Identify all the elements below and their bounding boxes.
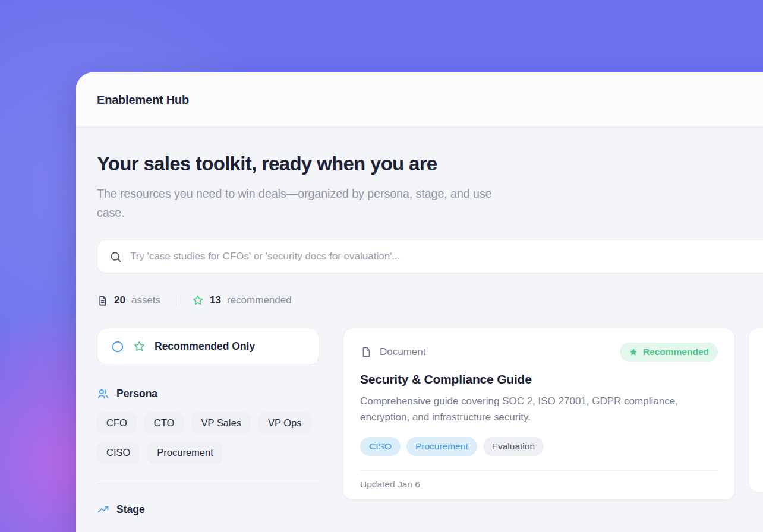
users-icon bbox=[97, 388, 109, 400]
assets-count: 20 bbox=[114, 294, 125, 306]
asset-tag-evaluation: Evaluation bbox=[483, 437, 544, 456]
recommended-only-toggle[interactable]: Recommended Only bbox=[97, 328, 319, 365]
persona-chips: CFO CTO VP Sales VP Ops CISO Procurement bbox=[97, 412, 319, 464]
persona-chip-vp-sales[interactable]: VP Sales bbox=[191, 412, 251, 434]
search-bar[interactable] bbox=[97, 240, 763, 273]
sidebar-divider bbox=[97, 484, 319, 484]
asset-card-security-compliance[interactable]: Document Recommended Security & Complian… bbox=[343, 328, 735, 500]
star-filled-icon bbox=[629, 347, 638, 357]
asset-updated-label: Updated Jan 6 bbox=[360, 479, 420, 489]
recommended-count: 13 bbox=[210, 294, 221, 306]
app-title: Enablement Hub bbox=[97, 93, 189, 107]
search-input[interactable] bbox=[130, 251, 763, 262]
stats-row: 20 assets 13 recommended bbox=[97, 294, 763, 306]
persona-section-header: Persona bbox=[97, 388, 319, 400]
persona-title: Persona bbox=[116, 388, 157, 400]
recommended-label: recommended bbox=[227, 294, 292, 306]
asset-card-header: Document Recommended bbox=[360, 343, 718, 362]
filters-sidebar: Recommended Only Persona CFO CTO bbox=[97, 328, 319, 516]
star-icon bbox=[133, 340, 146, 353]
asset-tag-procurement: Procurement bbox=[406, 437, 477, 456]
persona-chip-cto[interactable]: CTO bbox=[144, 412, 184, 434]
persona-chip-procurement[interactable]: Procurement bbox=[147, 442, 222, 464]
enablement-hub-window: Enablement Hub Your sales toolkit, ready… bbox=[76, 72, 763, 532]
stats-divider bbox=[176, 294, 176, 306]
asset-card-footer: Updated Jan 6 bbox=[360, 470, 718, 499]
app-body: Your sales toolkit, ready when you are T… bbox=[76, 128, 763, 516]
persona-chip-vp-ops[interactable]: VP Ops bbox=[258, 412, 311, 434]
recommended-badge-label: Recommended bbox=[643, 347, 709, 357]
app-header: Enablement Hub bbox=[76, 72, 763, 128]
assets-label: assets bbox=[131, 294, 160, 306]
asset-tag-ciso: CISO bbox=[360, 437, 401, 456]
asset-type-label: Document bbox=[380, 346, 425, 358]
document-icon bbox=[97, 295, 108, 306]
radio-circle-icon bbox=[111, 340, 124, 353]
page-subtitle: The resources you need to win deals—orga… bbox=[97, 185, 516, 222]
star-icon bbox=[192, 294, 204, 306]
search-icon bbox=[109, 251, 122, 263]
recommended-stat: 13 recommended bbox=[192, 294, 292, 306]
recommended-only-label: Recommended Only bbox=[155, 340, 255, 353]
next-asset-card[interactable] bbox=[748, 328, 763, 492]
stage-section-header: Stage bbox=[97, 504, 319, 516]
page-background: Enablement Hub Your sales toolkit, ready… bbox=[0, 0, 763, 532]
persona-chip-cfo[interactable]: CFO bbox=[97, 412, 137, 434]
page-title: Your sales toolkit, ready when you are bbox=[97, 153, 763, 175]
asset-tags: CISO Procurement Evaluation bbox=[360, 437, 718, 456]
content-row: Recommended Only Persona CFO CTO bbox=[97, 328, 763, 516]
persona-chip-ciso[interactable]: CISO bbox=[97, 442, 140, 464]
stage-title: Stage bbox=[116, 504, 145, 516]
recommended-badge: Recommended bbox=[620, 343, 718, 362]
assets-stat: 20 assets bbox=[97, 294, 160, 306]
trending-up-icon bbox=[97, 504, 109, 516]
asset-title: Security & Compliance Guide bbox=[360, 372, 718, 387]
file-icon bbox=[360, 346, 372, 358]
asset-description: Comprehensive guide covering SOC 2, ISO … bbox=[360, 394, 696, 425]
